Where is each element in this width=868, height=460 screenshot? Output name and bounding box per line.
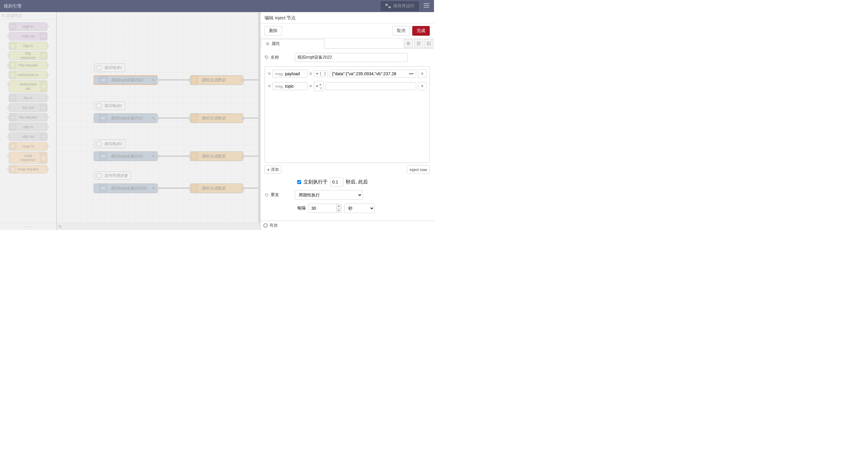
gear-icon: [266, 42, 270, 46]
execute-immediately-label: 立刻执行于: [304, 179, 328, 185]
palette-node-tcp-out[interactable]: tcp out: [9, 103, 48, 112]
initial-delay-input[interactable]: [330, 177, 343, 186]
input-port[interactable]: [189, 155, 191, 158]
collapse-down-icon[interactable]: [29, 225, 32, 228]
workspace[interactable]: 模拟电表1模拟电表2模拟电表3室内环测设备模拟mqtt设备2022↻模拟mqtt…: [57, 12, 260, 230]
comment-node[interactable]: 室内环测设备: [94, 171, 131, 180]
done-button[interactable]: 完成: [412, 26, 430, 36]
palette-node-tcp-request[interactable]: tcp request: [9, 113, 48, 121]
workspace-divider[interactable]: [258, 12, 260, 223]
chevron-down-icon: [316, 86, 318, 87]
palette-search-input[interactable]: [6, 13, 54, 18]
palette-node-label: coap in: [18, 144, 39, 148]
svg-rect-30: [104, 117, 104, 119]
palette-node-udp-out[interactable]: udp out: [9, 133, 48, 141]
app-title: 规则引擎: [4, 3, 22, 9]
palette-node-coap-in[interactable]: coap in: [9, 142, 48, 150]
name-input[interactable]: [295, 53, 408, 62]
inject-trigger-button[interactable]: [94, 152, 99, 161]
workspace-footer: [57, 223, 260, 230]
svg-line-38: [60, 227, 62, 228]
comment-node[interactable]: 模拟电表1: [94, 63, 125, 72]
palette-node-http-request[interactable]: http request: [9, 61, 48, 69]
property-name-input[interactable]: msg.: [272, 70, 307, 78]
deploy-button[interactable]: 保存并运行: [381, 1, 419, 11]
palette-node-websocket-out[interactable]: websocket out: [9, 80, 48, 92]
deploy-icon: [385, 4, 391, 8]
property-type-select[interactable]: { }: [314, 70, 328, 77]
palette-nodes-list: mqtt inmqtt outhttp inhttp responsehttp …: [0, 19, 56, 223]
palette-node-http-response[interactable]: http response: [9, 51, 48, 60]
input-port[interactable]: [189, 79, 191, 82]
input-port[interactable]: [189, 117, 191, 120]
inject-node[interactable]: 模拟mqtt设备202202↻: [94, 183, 158, 193]
palette-node-label: udp out: [18, 135, 39, 139]
inject-node[interactable]: 模拟mqtt设备2022↻: [94, 75, 158, 85]
palette-node-tcp-in[interactable]: tcp in: [9, 94, 48, 102]
node-label: 模拟mqtt设备2022: [107, 77, 147, 83]
node-label: 随机生成数据: [198, 115, 229, 121]
property-value-input[interactable]: •••: [330, 70, 416, 78]
node-type-icon: [9, 113, 16, 121]
palette-node-coap-response[interactable]: coap response: [9, 152, 48, 164]
palette-node-label: http response: [18, 51, 39, 60]
property-name-input[interactable]: msg.: [272, 82, 307, 90]
execute-immediately-checkbox[interactable]: [297, 180, 301, 184]
expand-icon[interactable]: •••: [408, 71, 415, 76]
repeat-mode-select[interactable]: 周期性执行: [295, 190, 363, 200]
node-label: 随机生成数据: [198, 153, 229, 159]
properties-tab[interactable]: 属性: [261, 39, 324, 49]
inject-node[interactable]: 模拟mqtt设备2022↻: [94, 151, 158, 161]
svg-point-3: [2, 14, 4, 16]
edit-panel-title: 编辑 inject 节点: [265, 15, 430, 21]
palette-node-label: mqtt in: [18, 25, 39, 29]
settings-tab-button[interactable]: [404, 39, 413, 48]
property-value-input[interactable]: [326, 82, 416, 90]
node-label: 模拟mqtt设备202202: [107, 185, 151, 191]
file-icon: [416, 41, 421, 46]
svg-text:f: f: [193, 78, 194, 82]
palette-node-mqtt-in[interactable]: mqtt in: [9, 22, 48, 31]
enabled-toggle[interactable]: [264, 223, 268, 228]
inject-icon: [99, 152, 107, 161]
delete-property-button[interactable]: ×: [418, 69, 427, 78]
palette-node-mqtt-out[interactable]: mqtt out: [9, 32, 48, 40]
node-type-icon: [40, 133, 47, 141]
drag-handle-icon[interactable]: ≡: [268, 71, 271, 77]
delete-property-button[interactable]: ×: [418, 82, 427, 90]
interval-unit-select[interactable]: 秒: [344, 203, 374, 213]
function-node[interactable]: f随机生成数据: [190, 151, 243, 161]
property-type-select[interactable]: a z: [314, 81, 324, 91]
function-node[interactable]: f随机生成数据: [190, 75, 243, 85]
search-icon[interactable]: [58, 225, 62, 229]
inject-trigger-button[interactable]: [94, 76, 100, 84]
add-property-button[interactable]: +添加: [265, 165, 281, 174]
inject-node[interactable]: 模拟mqtt设备2022↻: [94, 113, 158, 123]
delete-button[interactable]: 删除: [265, 26, 282, 36]
input-port[interactable]: [189, 187, 191, 190]
collapse-up-icon[interactable]: [25, 225, 28, 228]
main-menu-button[interactable]: [423, 2, 430, 10]
palette-node-udp-in[interactable]: udp in: [9, 123, 48, 131]
every-label: 每隔: [297, 205, 306, 211]
interval-increment[interactable]: ▲: [336, 204, 341, 208]
palette-node-http-in[interactable]: http in: [9, 42, 48, 50]
inject-now-button[interactable]: inject now: [407, 165, 430, 174]
palette-node-label: websocket in: [18, 73, 39, 77]
description-tab-button[interactable]: [414, 39, 423, 48]
node-label: 随机生成数据: [198, 185, 229, 191]
palette-node-websocket-in[interactable]: websocket in: [9, 71, 48, 79]
palette-node-label: coap request: [18, 167, 39, 171]
inject-trigger-button[interactable]: [94, 184, 99, 193]
svg-point-37: [59, 225, 61, 227]
cancel-button[interactable]: 取消: [392, 26, 410, 36]
drag-handle-icon[interactable]: ≡: [268, 83, 271, 89]
appearance-tab-button[interactable]: [424, 39, 433, 48]
function-node[interactable]: f随机生成数据: [190, 113, 243, 123]
inject-trigger-button[interactable]: [94, 114, 99, 123]
function-node[interactable]: f随机生成数据: [190, 183, 243, 193]
comment-node[interactable]: 模拟电表2: [94, 102, 125, 110]
comment-node[interactable]: 模拟电表3: [94, 140, 125, 148]
interval-decrement[interactable]: ▼: [336, 208, 341, 213]
palette-node-coap-request[interactable]: coap request: [9, 165, 48, 173]
